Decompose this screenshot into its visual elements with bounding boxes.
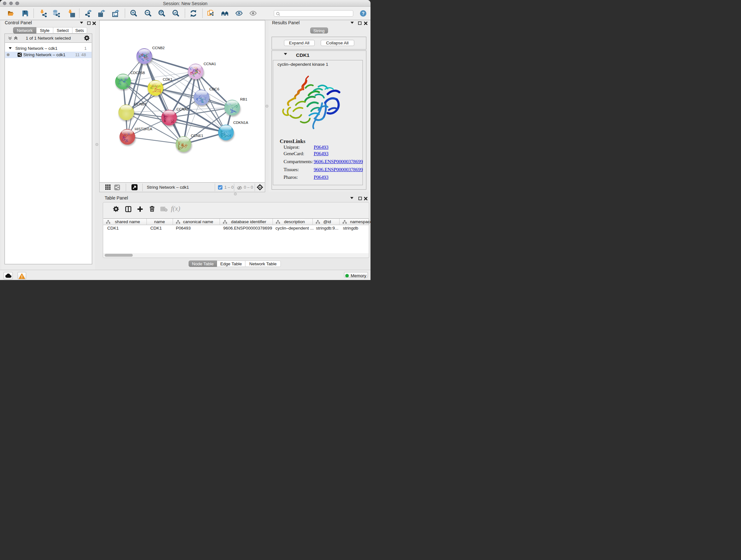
svg-text:HIST1H1A: HIST1H1A (135, 127, 152, 131)
svg-text:CCNA1: CCNA1 (204, 62, 216, 65)
svg-text:CDC6: CDC6 (209, 87, 219, 91)
svg-text:CCNE1: CCNE1 (191, 134, 203, 138)
svg-text:RB1: RB1 (240, 97, 247, 101)
svg-text:CDC25B: CDC25B (131, 71, 145, 74)
svg-text:CCNA2: CCNA2 (177, 107, 189, 111)
svg-text:CCNB1: CCNB1 (134, 102, 147, 106)
svg-text:CCNB2: CCNB2 (152, 46, 165, 50)
svg-text:CDKN1A: CDKN1A (233, 120, 248, 124)
svg-text:CDK1: CDK1 (163, 77, 173, 81)
